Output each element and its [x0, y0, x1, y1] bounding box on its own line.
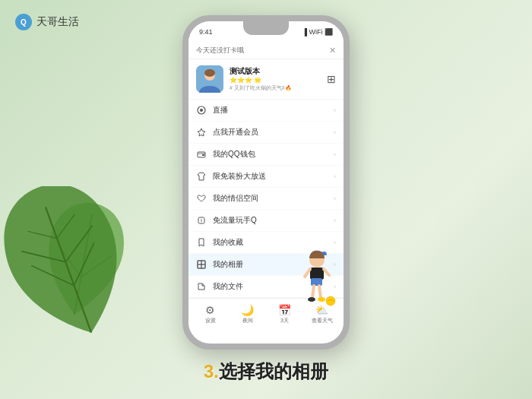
notch [243, 21, 289, 35]
svg-rect-17 [198, 217, 204, 223]
svg-line-26 [312, 286, 314, 298]
qr-icon[interactable]: ⊞ [327, 73, 336, 85]
menu-item-wallet[interactable]: 我的QQ钱包 › [188, 144, 344, 166]
svg-rect-21 [198, 264, 201, 268]
favorites-icon [196, 237, 207, 248]
top-bar-text: 今天还没打卡哦 [196, 46, 244, 55]
profile-stars: ⭐⭐⭐ 🌟 [230, 77, 321, 84]
caption-main: 选择我的相册 [219, 361, 328, 382]
menu-item-couple[interactable]: 我的情侣空间 › [188, 188, 344, 210]
nav-item-3day[interactable]: 📅 3天 [266, 304, 303, 325]
files-icon [196, 281, 207, 292]
nav-item-night[interactable]: 🌙 夜间 [229, 304, 266, 325]
phone: 9:41 ▐ WiFi ⬛ 今天还没打卡哦 ✕ [182, 15, 350, 350]
nav-label-weather: 查看天气 [312, 317, 333, 325]
leaf-decoration-large [0, 186, 152, 353]
svg-rect-16 [202, 154, 204, 156]
nav-label-settings: 设置 [205, 317, 216, 325]
chevron-icon-outfit: › [334, 173, 336, 180]
brand-icon: Q [15, 14, 32, 30]
caption-text: 3.选择我的相册 [204, 361, 328, 382]
svg-line-27 [319, 286, 321, 298]
wallet-icon [196, 149, 207, 160]
chevron-icon-freeflow: › [334, 217, 336, 224]
svg-point-28 [308, 297, 315, 302]
menu-label-vip: 点我开通会员 [213, 127, 258, 138]
profile-section[interactable]: 测试版本 ⭐⭐⭐ 🌟 # 又到了吃火锅的天气#🔥 ⊞ [188, 59, 344, 100]
profile-info: 测试版本 ⭐⭐⭐ 🌟 # 又到了吃火锅的天气#🔥 [230, 66, 321, 92]
nav-label-night: 夜间 [242, 317, 253, 325]
freeflow-icon [196, 215, 207, 226]
vip-icon [196, 127, 207, 138]
svg-rect-22 [201, 264, 205, 268]
svg-point-29 [318, 297, 325, 302]
brand-name: 天哥生活 [36, 15, 79, 29]
menu-label-files: 我的文件 [213, 281, 243, 292]
settings-icon: ⚙ [205, 304, 215, 316]
menu-label-live: 直播 [213, 105, 228, 116]
profile-status: # 又到了吃火锅的天气#🔥 [230, 84, 321, 92]
nav-item-weather[interactable]: ⛅ 查看天气 [303, 304, 340, 325]
svg-rect-19 [198, 261, 201, 264]
chevron-icon-favorites: › [334, 239, 336, 246]
menu-item-live[interactable]: 直播 › [188, 100, 344, 122]
avatar [196, 65, 223, 93]
couple-icon [196, 193, 207, 204]
phone-wrapper: 9:41 ▐ WiFi ⬛ 今天还没打卡哦 ✕ [182, 15, 350, 350]
brand: Q 天哥生活 [15, 14, 79, 30]
night-icon: 🌙 [241, 304, 254, 316]
menu-label-outfit: 限免装扮大放送 [213, 171, 266, 182]
menu-label-couple: 我的情侣空间 [213, 193, 258, 204]
nav-item-settings[interactable]: ⚙ 设置 [192, 304, 229, 325]
album-icon [196, 259, 207, 270]
svg-rect-25 [311, 278, 322, 286]
top-bar: 今天还没打卡哦 ✕ [188, 43, 344, 59]
svg-point-30 [326, 296, 335, 306]
character-illustration [296, 246, 337, 307]
menu-label-favorites: 我的收藏 [213, 237, 243, 248]
profile-name: 测试版本 [230, 66, 321, 77]
svg-point-14 [200, 109, 203, 112]
phone-screen: 9:41 ▐ WiFi ⬛ 今天还没打卡哦 ✕ [188, 21, 344, 344]
svg-rect-20 [201, 261, 205, 264]
close-icon[interactable]: ✕ [329, 46, 336, 55]
menu-item-freeflow[interactable]: 免流量玩手Q › [188, 210, 344, 232]
menu-item-outfit[interactable]: 限免装扮大放送 › [188, 166, 344, 188]
svg-rect-24 [310, 268, 324, 280]
chevron-icon-wallet: › [334, 150, 336, 158]
menu-label-freeflow: 免流量玩手Q [213, 215, 257, 226]
chevron-icon-live: › [334, 106, 336, 114]
nav-label-3day: 3天 [280, 317, 289, 325]
caption-number: 3. [204, 361, 219, 382]
menu-label-wallet: 我的QQ钱包 [213, 149, 255, 160]
chevron-icon-couple: › [334, 195, 336, 202]
menu-item-vip[interactable]: 点我开通会员 › [188, 122, 344, 144]
calendar-icon: 📅 [278, 304, 291, 316]
caption: 3.选择我的相册 [0, 359, 532, 384]
chevron-icon-vip: › [334, 128, 336, 136]
menu-label-album: 我的相册 [213, 259, 243, 270]
outfit-icon [196, 171, 207, 182]
status-icons: ▐ WiFi ⬛ [302, 28, 333, 36]
svg-point-12 [204, 69, 215, 77]
live-icon [196, 105, 207, 116]
status-time: 9:41 [199, 28, 213, 36]
